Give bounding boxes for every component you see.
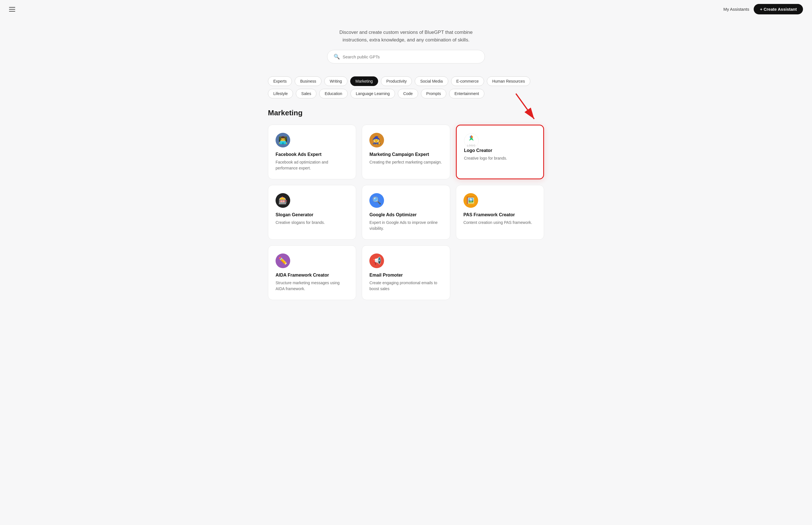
category-entertainment[interactable]: Entertainment	[449, 89, 484, 99]
search-input[interactable]	[343, 55, 479, 59]
main-content: Marketing 👨‍💻 Facebook Ads Expert Facebo…	[251, 99, 561, 310]
card-facebook-ads[interactable]: 👨‍💻 Facebook Ads Expert Facebook ad opti…	[268, 125, 356, 179]
category-productivity[interactable]: Productivity	[381, 76, 412, 86]
category-experts[interactable]: Experts	[268, 76, 292, 86]
card-marketing-campaign[interactable]: 🧙 Marketing Campaign Expert Creating the…	[362, 125, 450, 179]
my-assistants-button[interactable]: My Assistants	[723, 7, 749, 12]
category-education[interactable]: Education	[319, 89, 347, 99]
card-description: Create engaging promotional emails to bo…	[369, 280, 442, 292]
card-description: Creative slogans for brands.	[276, 220, 348, 226]
category-code[interactable]: Code	[398, 89, 418, 99]
card-avatar: 🔍	[369, 193, 384, 208]
card-title: Google Ads Optimizer	[369, 212, 442, 217]
card-description: Creating the perfect marketing campaign.	[369, 159, 442, 165]
annotation-arrow	[502, 91, 541, 125]
header-left	[9, 7, 15, 12]
hero-description: Discover and create custom versions of B…	[327, 29, 485, 44]
hero-section: Discover and create custom versions of B…	[0, 18, 812, 70]
card-avatar: ✏️	[276, 254, 290, 268]
category-sales[interactable]: Sales	[296, 89, 316, 99]
category-ecommerce[interactable]: E-commerce	[451, 76, 484, 86]
category-lifestyle[interactable]: Lifestyle	[268, 89, 293, 99]
card-google-ads[interactable]: 🔍 Google Ads Optimizer Expert in Google …	[362, 185, 450, 240]
card-logo-creator[interactable]: LOGO Logo Creator Creative logo for bran…	[456, 125, 544, 179]
header: My Assistants + Create Assistant	[0, 0, 812, 18]
category-social-media[interactable]: Social Media	[415, 76, 448, 86]
card-title: Logo Creator	[464, 148, 536, 153]
card-aida-framework[interactable]: ✏️ AIDA Framework Creator Structure mark…	[268, 245, 356, 300]
card-pas-framework[interactable]: 🖼️ PAS Framework Creator Content creatio…	[456, 185, 544, 240]
card-email-promoter[interactable]: 📢 Email Promoter Create engaging promoti…	[362, 245, 450, 300]
svg-line-1	[516, 94, 534, 119]
card-avatar: 🖼️	[464, 193, 478, 208]
card-description: Facebook ad optimization and performance…	[276, 159, 348, 171]
card-title: Marketing Campaign Expert	[369, 152, 442, 157]
card-avatar: LOGO	[464, 133, 479, 148]
card-title: Facebook Ads Expert	[276, 152, 348, 157]
card-avatar: 🧙	[369, 133, 384, 148]
category-marketing[interactable]: Marketing	[350, 76, 378, 86]
card-description: Content creation using PAS framework.	[464, 220, 536, 226]
header-right: My Assistants + Create Assistant	[723, 4, 803, 14]
card-description: Expert in Google Ads to improve online v…	[369, 220, 442, 231]
card-title: PAS Framework Creator	[464, 212, 536, 217]
category-prompts[interactable]: Prompts	[421, 89, 446, 99]
card-title: Email Promoter	[369, 273, 442, 278]
card-avatar: 👨‍💻	[276, 133, 290, 148]
category-human-resources[interactable]: Human Resources	[487, 76, 530, 86]
menu-icon[interactable]	[9, 7, 15, 12]
logo-text: LOGO	[467, 144, 475, 147]
category-business[interactable]: Business	[295, 76, 322, 86]
card-title: Slogan Generator	[276, 212, 348, 217]
card-avatar: 🎰	[276, 193, 290, 208]
category-language-learning[interactable]: Language Learning	[350, 89, 395, 99]
card-description: Creative logo for brands.	[464, 155, 536, 161]
cards-grid: 👨‍💻 Facebook Ads Expert Facebook ad opti…	[268, 125, 544, 300]
category-writing[interactable]: Writing	[324, 76, 347, 86]
card-slogan-generator[interactable]: 🎰 Slogan Generator Creative slogans for …	[268, 185, 356, 240]
create-assistant-button[interactable]: + Create Assistant	[754, 4, 803, 14]
card-avatar: 📢	[369, 254, 384, 268]
card-description: Structure marketing messages using AIDA …	[276, 280, 348, 292]
card-title: AIDA Framework Creator	[276, 273, 348, 278]
search-icon: 🔍	[333, 54, 340, 60]
search-bar: 🔍	[327, 50, 485, 63]
